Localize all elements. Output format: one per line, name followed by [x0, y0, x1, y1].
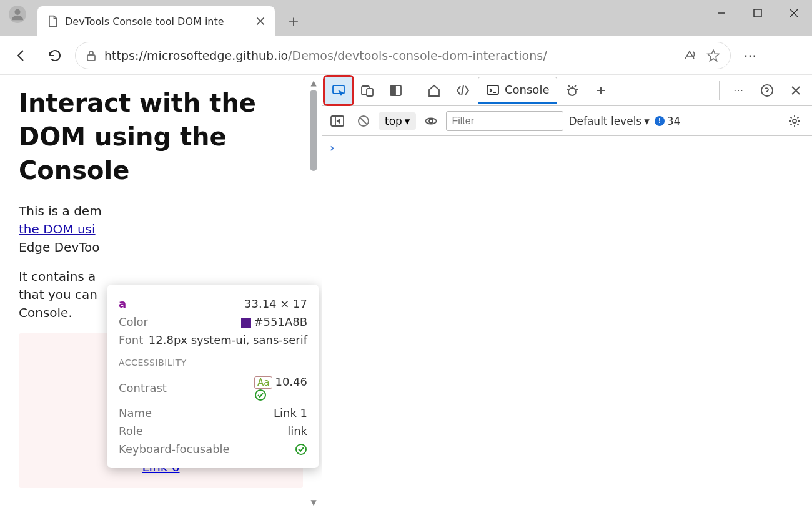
- elements-tab[interactable]: [449, 77, 477, 104]
- log-levels-dropdown[interactable]: Default levels ▾: [568, 115, 649, 127]
- new-tab-button[interactable]: +: [282, 10, 305, 32]
- issues-counter[interactable]: !34: [655, 115, 681, 127]
- svg-point-11: [568, 88, 576, 95]
- svg-point-16: [793, 119, 796, 123]
- svg-rect-1: [754, 9, 761, 17]
- devtools-more-button[interactable]: ⋯: [725, 77, 752, 104]
- issues-tab[interactable]: [558, 77, 586, 104]
- inspector-tooltip: a33.14 × 17 Color#551A8B Font12.8px syst…: [107, 285, 319, 468]
- context-selector[interactable]: top ▾: [379, 112, 416, 130]
- more-tabs-button[interactable]: [587, 77, 615, 104]
- console-prompt-icon: ›: [330, 141, 334, 154]
- tab-title: DevTools Console tool DOM inte: [65, 16, 249, 27]
- live-expression-button[interactable]: [421, 111, 441, 131]
- issue-badge-icon: !: [655, 116, 665, 126]
- refresh-button[interactable]: [41, 42, 69, 69]
- maximize-button[interactable]: [740, 0, 776, 26]
- favorite-icon[interactable]: [706, 49, 720, 62]
- svg-rect-2: [87, 55, 95, 61]
- devtools-help-button[interactable]: [753, 77, 781, 104]
- console-body[interactable]: ›: [322, 136, 812, 513]
- svg-rect-7: [367, 89, 373, 96]
- svg-rect-9: [391, 86, 395, 95]
- device-emulation-button[interactable]: [354, 77, 381, 104]
- svg-point-3: [255, 390, 265, 400]
- tooltip-tag: a: [119, 297, 126, 310]
- close-tab-icon[interactable]: [255, 16, 266, 27]
- lock-icon: [86, 50, 97, 61]
- clear-console-button[interactable]: [354, 111, 374, 131]
- address-bar[interactable]: https://microsoftedge.github.io/Demos/de…: [75, 42, 731, 69]
- tooltip-dimensions: 33.14 × 17: [244, 297, 307, 310]
- browser-tab[interactable]: DevTools Console tool DOM inte: [37, 6, 275, 36]
- check-icon: [295, 443, 307, 456]
- svg-point-0: [14, 9, 20, 15]
- console-icon: [486, 83, 500, 97]
- check-icon: [254, 389, 307, 401]
- read-aloud-icon[interactable]: [683, 49, 696, 62]
- page-paragraph-1: This is a dem the DOM usi Edge DevToo: [19, 202, 303, 256]
- page-content: Interact with the DOM using the Console …: [0, 75, 322, 513]
- svg-point-4: [296, 444, 306, 454]
- dock-side-button[interactable]: [382, 77, 410, 104]
- console-tab[interactable]: Console: [478, 77, 557, 104]
- page-link[interactable]: the DOM usi: [19, 222, 96, 237]
- profile-icon[interactable]: [9, 6, 26, 23]
- url-text: https://microsoftedge.github.io/Demos/de…: [104, 49, 547, 62]
- inspect-element-button[interactable]: [325, 77, 352, 104]
- filter-input[interactable]: [446, 111, 563, 131]
- color-swatch: [241, 318, 251, 328]
- minimize-button[interactable]: [703, 0, 740, 26]
- welcome-tab[interactable]: [420, 77, 448, 104]
- page-icon: [46, 15, 59, 27]
- devtools-close-button[interactable]: [782, 77, 810, 104]
- page-heading: Interact with the DOM using the Console: [19, 86, 303, 187]
- close-window-button[interactable]: [776, 0, 812, 26]
- devtools-pane: Console ⋯ top ▾: [322, 75, 812, 513]
- browser-menu-button[interactable]: ⋯: [737, 42, 765, 69]
- console-settings-button[interactable]: [781, 107, 808, 135]
- back-button[interactable]: [7, 42, 35, 69]
- toggle-sidebar-button[interactable]: [326, 111, 349, 131]
- svg-point-15: [429, 119, 433, 123]
